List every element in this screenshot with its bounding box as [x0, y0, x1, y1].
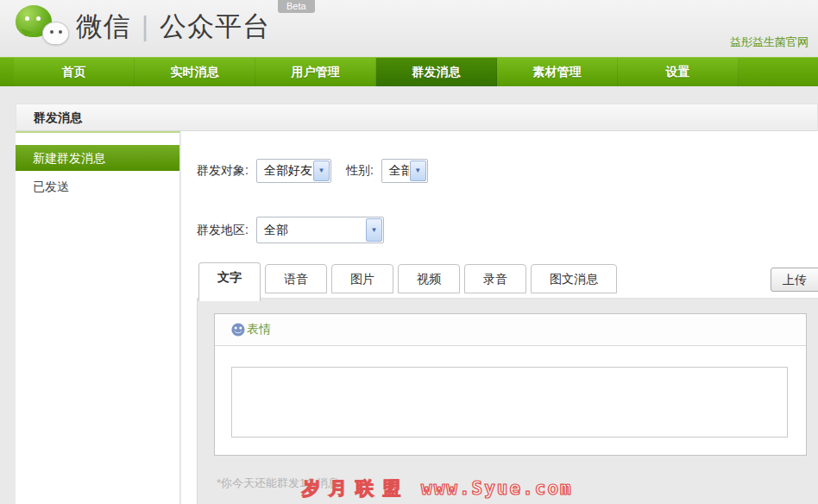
- tab-text[interactable]: 文字: [198, 262, 261, 301]
- target-select[interactable]: 全部好友 ▼: [256, 159, 331, 183]
- gender-select[interactable]: 全部 ▼: [381, 159, 428, 183]
- page-title: 群发消息: [16, 104, 818, 131]
- region-label: 群发地区:: [197, 223, 249, 238]
- smiley-icon: [231, 323, 245, 337]
- nav-item-material-management[interactable]: 素材管理: [497, 58, 618, 86]
- tab-audio[interactable]: 录音: [464, 264, 526, 293]
- tab-video[interactable]: 视频: [398, 264, 460, 293]
- nav-item-realtime-messages[interactable]: 实时消息: [135, 58, 255, 86]
- brand-divider: |: [131, 11, 160, 41]
- top-header: 微信|公众平台 Beta 益彤益生菌官网: [0, 0, 818, 57]
- message-type-tabs: 文字 语音 图片 视频 录音 图文消息: [198, 264, 621, 302]
- nav-item-broadcast-messages[interactable]: 群发消息: [376, 58, 497, 86]
- nav-item-home[interactable]: 首页: [14, 58, 135, 86]
- emoji-button-label: 表情: [247, 322, 271, 337]
- sidebar-item-new-broadcast[interactable]: 新建群发消息: [16, 145, 179, 171]
- editor-toolbar: 表情: [215, 314, 806, 346]
- beta-badge: Beta: [278, 0, 315, 13]
- target-select-value: 全部好友: [257, 160, 312, 182]
- nav-item-user-management[interactable]: 用户管理: [255, 58, 376, 86]
- main-nav: 首页 实时消息 用户管理 群发消息 素材管理 设置: [0, 57, 818, 86]
- dropdown-arrow-icon: ▼: [366, 218, 382, 242]
- emoji-button[interactable]: 表情: [231, 322, 271, 337]
- tab-rich-media[interactable]: 图文消息: [531, 264, 617, 293]
- account-link[interactable]: 益彤益生菌官网: [730, 35, 809, 50]
- gender-select-value: 全部: [382, 160, 409, 182]
- brand-primary: 微信: [76, 11, 131, 41]
- watermark-url: www.Syue.com: [421, 478, 573, 499]
- watermark: 岁月联盟www.Syue.com: [302, 476, 573, 501]
- gender-label: 性别:: [346, 163, 374, 179]
- target-label: 群发对象:: [197, 163, 249, 179]
- nav-item-settings[interactable]: 设置: [618, 58, 739, 86]
- brand-secondary: 公众平台: [160, 11, 270, 41]
- sidebar-item-sent[interactable]: 已发送: [16, 173, 179, 199]
- region-select-value: 全部: [257, 217, 365, 243]
- tab-voice[interactable]: 语音: [265, 264, 327, 293]
- message-textarea[interactable]: [231, 367, 788, 438]
- watermark-text: 岁月联盟: [302, 478, 409, 498]
- sidebar: 新建群发消息 已发送: [16, 131, 180, 504]
- broadcast-region-row: 群发地区: 全部 ▼: [197, 217, 384, 243]
- dropdown-arrow-icon: ▼: [313, 161, 330, 181]
- dropdown-arrow-icon: ▼: [410, 161, 426, 181]
- broadcast-target-row: 群发对象: 全部好友 ▼ 性别: 全部 ▼: [197, 158, 428, 184]
- upload-button[interactable]: 上传: [771, 268, 818, 292]
- brand-title: 微信|公众平台: [76, 9, 270, 45]
- text-editor-panel: 表情: [214, 313, 807, 456]
- region-select[interactable]: 全部 ▼: [256, 217, 384, 243]
- wechat-logo-icon: [16, 3, 69, 47]
- tab-image[interactable]: 图片: [331, 264, 393, 293]
